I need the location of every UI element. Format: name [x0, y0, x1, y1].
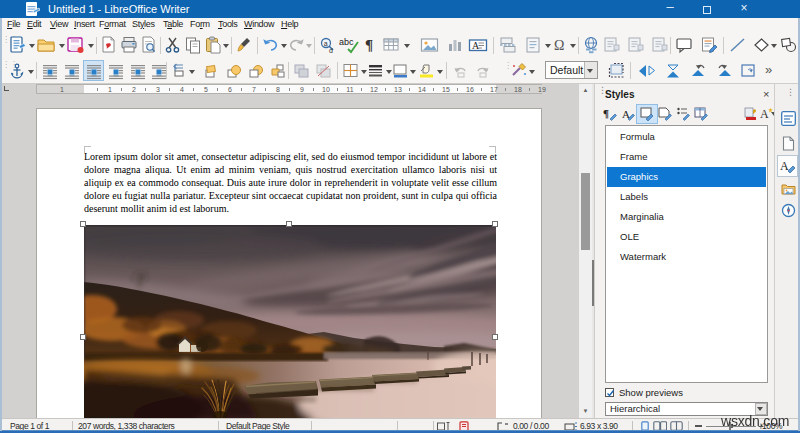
- svg-text:Ω: Ω: [554, 38, 564, 53]
- svg-text:A: A: [760, 107, 769, 121]
- svg-text:abc: abc: [339, 37, 354, 47]
- svg-text:d: d: [329, 47, 333, 54]
- svg-text:¶: ¶: [365, 37, 373, 53]
- svg-text:a: a: [324, 40, 328, 47]
- svg-text:¶: ¶: [603, 107, 609, 119]
